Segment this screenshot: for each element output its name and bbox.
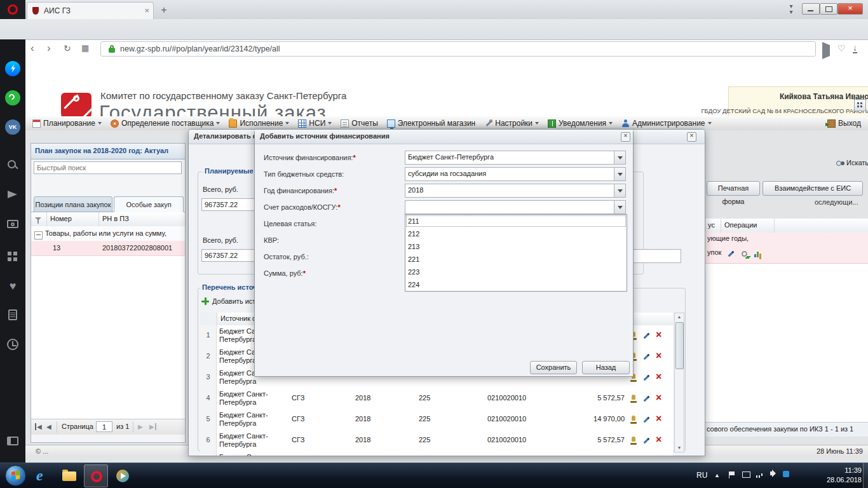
- column-funding-source[interactable]: Источник ф: [220, 315, 258, 322]
- grid-scrollbar[interactable]: ▲ ▼: [674, 313, 684, 452]
- quick-search-input[interactable]: [34, 161, 182, 174]
- delete-icon[interactable]: [656, 353, 663, 361]
- browser-tab[interactable]: АИС ГЗ ×: [27, 2, 154, 20]
- vk-icon[interactable]: VK: [5, 119, 20, 135]
- bookmarks-heart-icon[interactable]: ♥: [5, 278, 20, 294]
- dropdown-option[interactable]: 213: [405, 240, 627, 253]
- my-flow-icon[interactable]: [5, 187, 20, 202]
- delete-icon[interactable]: [656, 332, 663, 340]
- edit-icon[interactable]: [642, 437, 651, 445]
- budget-type-combobox[interactable]: субсидии на госзадания: [405, 167, 626, 181]
- personal-news-icon[interactable]: [5, 308, 20, 323]
- dialog-titlebar[interactable]: Добавить источник финансирования: [255, 130, 633, 144]
- prev-page-icon[interactable]: ◀: [46, 423, 51, 430]
- bookmark-heart-icon[interactable]: ♡: [837, 43, 846, 53]
- delete-icon[interactable]: [656, 395, 663, 403]
- history-icon[interactable]: [5, 337, 20, 352]
- menu-supplier-determination[interactable]: Определение поставщика: [106, 116, 225, 130]
- delete-icon[interactable]: [656, 437, 663, 445]
- speed-dial-icon[interactable]: ▦: [81, 42, 89, 55]
- hidden-icons-arrow[interactable]: ▲: [714, 472, 720, 478]
- main-grid-row-fragment[interactable]: ующие годы, упок: [705, 233, 868, 264]
- edit-icon[interactable]: [642, 416, 651, 424]
- back-button[interactable]: Назад: [582, 361, 630, 374]
- download-icon[interactable]: ↓: [853, 43, 857, 53]
- column-operations[interactable]: Операции: [724, 221, 757, 229]
- dropdown-option[interactable]: 221: [405, 253, 627, 266]
- next-page-icon[interactable]: ▶: [138, 423, 143, 430]
- dropdown-option[interactable]: 224: [405, 278, 627, 291]
- combo-arrow-icon[interactable]: [614, 151, 625, 164]
- column-number[interactable]: Номер: [50, 215, 72, 222]
- next-years-input[interactable]: [627, 249, 681, 263]
- source-row-7[interactable]: 7 Бюджет Санкт-Петербурга СГЗ 2018 340 0…: [200, 451, 673, 456]
- menu-settings[interactable]: Настройки: [480, 116, 543, 130]
- kosgu-combobox[interactable]: [405, 200, 626, 214]
- page-number-input[interactable]: [96, 421, 112, 432]
- delete-icon[interactable]: [656, 374, 663, 382]
- menu-administration[interactable]: Администрирование: [617, 116, 715, 130]
- action-center-flag-icon[interactable]: [729, 471, 735, 475]
- edit-icon[interactable]: [642, 374, 651, 382]
- tab-special-purchases[interactable]: Особые закуп: [114, 196, 184, 212]
- start-button[interactable]: [5, 465, 26, 486]
- menu-eshop[interactable]: Электронный магазин: [383, 116, 480, 130]
- send-to-flow-icon[interactable]: [822, 45, 830, 57]
- edit-icon[interactable]: [642, 395, 651, 403]
- source-row-6[interactable]: 6 Бюджет Санкт-Петербурга СГЗ 2018 225 0…: [200, 430, 673, 452]
- reload-icon[interactable]: ↻: [64, 42, 71, 55]
- volume-icon[interactable]: [770, 471, 773, 475]
- add-source-button[interactable]: Добавить ист: [201, 297, 255, 305]
- search-button[interactable]: Искать: [836, 159, 868, 166]
- edit-icon[interactable]: [642, 353, 651, 361]
- first-page-icon[interactable]: ◀: [35, 423, 42, 430]
- source-row-5[interactable]: 5 Бюджет Санкт-Петербурга СГЗ 2018 225 0…: [200, 409, 673, 431]
- tab-menu-icon[interactable]: ▾▾: [785, 3, 797, 16]
- header-collapse-button[interactable]: [854, 99, 866, 111]
- plan-row-13[interactable]: 13 201803722002808001: [31, 241, 185, 256]
- minimize-button[interactable]: [802, 3, 820, 15]
- close-icon[interactable]: [621, 132, 630, 142]
- search-icon[interactable]: [5, 158, 20, 173]
- display-tray-icon[interactable]: [742, 471, 750, 478]
- tab-plan-positions[interactable]: Позиции плана закупок: [34, 196, 112, 212]
- group-row[interactable]: Товары, работы или услуги на сумму,: [31, 226, 185, 241]
- close-icon[interactable]: [687, 132, 696, 142]
- menu-reports[interactable]: Отчеты: [336, 116, 382, 130]
- taskbar-explorer-icon[interactable]: [57, 464, 81, 487]
- dropdown-option[interactable]: 211: [405, 215, 627, 227]
- whatsapp-icon[interactable]: [5, 90, 20, 105]
- column-status-truncated[interactable]: ус: [708, 221, 715, 229]
- taskbar-clock[interactable]: 11:39 28.06.2018: [826, 466, 862, 485]
- url-field[interactable]: new.gz-spb.ru/#po/plan/year/id/23142/typ…: [100, 41, 816, 57]
- taskbar-ie-icon[interactable]: e: [31, 464, 55, 487]
- column-rn[interactable]: РН в ПЗ: [102, 215, 129, 222]
- language-indicator[interactable]: RU: [696, 471, 707, 480]
- edit-icon[interactable]: [642, 332, 651, 340]
- sidebar-settings-icon[interactable]: [5, 433, 20, 449]
- notifier-tray-icon[interactable]: [783, 471, 789, 477]
- menu-execution[interactable]: Исполнение: [224, 116, 294, 130]
- tab-close-icon[interactable]: ×: [144, 6, 149, 15]
- menu-exit[interactable]: Выход: [823, 116, 865, 130]
- new-tab-button[interactable]: +: [156, 3, 172, 17]
- combo-arrow-icon[interactable]: [614, 184, 625, 197]
- collapse-group-icon[interactable]: [34, 229, 43, 241]
- last-page-icon[interactable]: ▶: [149, 423, 156, 430]
- back-icon[interactable]: ‹: [31, 42, 34, 55]
- menu-planning[interactable]: Планирование: [28, 116, 106, 130]
- gear-plus-icon[interactable]: [741, 249, 752, 261]
- chart-icon[interactable]: [754, 249, 761, 261]
- opera-menu-button[interactable]: [0, 0, 25, 19]
- save-button[interactable]: Сохранить: [530, 361, 577, 374]
- snapshot-icon[interactable]: [5, 216, 20, 231]
- source-row-4[interactable]: 4 Бюджет Санкт-Петербурга СГЗ 2018 225 0…: [200, 388, 673, 410]
- source-combobox[interactable]: Бюджет Санкт-Петербурга: [405, 151, 626, 165]
- messenger-icon[interactable]: [5, 61, 20, 76]
- taskbar-opera-icon[interactable]: [84, 464, 108, 487]
- close-window-button[interactable]: [837, 3, 863, 15]
- show-desktop-button[interactable]: [863, 463, 868, 488]
- forward-icon[interactable]: ›: [47, 42, 51, 55]
- menu-nsi[interactable]: НСИ: [294, 116, 336, 130]
- edit-icon[interactable]: [727, 249, 740, 261]
